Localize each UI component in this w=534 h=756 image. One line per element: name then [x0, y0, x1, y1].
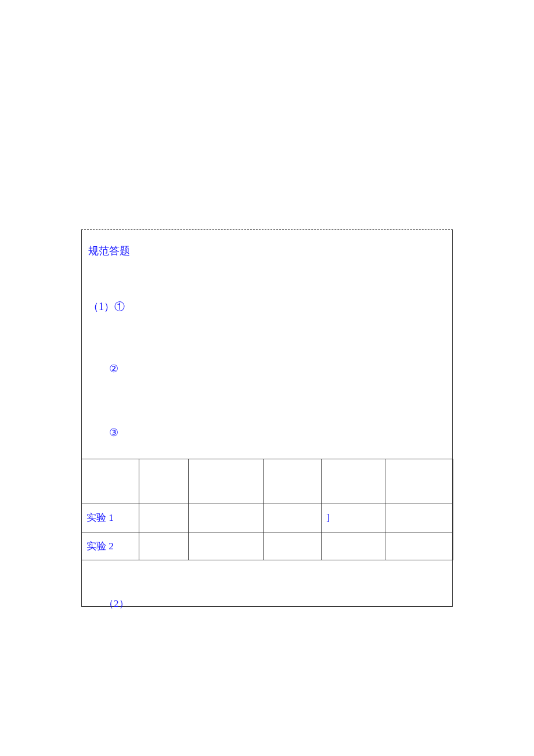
table-cell	[385, 459, 453, 503]
table-cell	[264, 503, 322, 532]
table-cell	[188, 459, 264, 503]
bracket-text: ]	[326, 512, 330, 523]
table-cell	[139, 459, 188, 503]
experiment-table: 实验 1 ] 实验 2	[81, 459, 453, 560]
table-row: 实验 2	[82, 532, 453, 560]
table-row	[82, 459, 453, 503]
table-cell	[322, 459, 385, 503]
answer-item-2: ②	[109, 362, 118, 375]
table-cell	[264, 459, 322, 503]
table-cell	[188, 532, 264, 560]
table-row: 实验 1 ]	[82, 503, 453, 532]
table-cell	[188, 503, 264, 532]
table-cell	[264, 532, 322, 560]
partial-item-2: （2）	[104, 597, 129, 610]
table-cell: ]	[322, 503, 385, 532]
table-cell	[322, 532, 385, 560]
section-heading: 规范答题	[88, 244, 130, 258]
table-cell	[385, 503, 453, 532]
table-cell	[82, 459, 139, 503]
answer-item-3: ③	[109, 426, 118, 439]
table-cell	[139, 532, 188, 560]
table-cell: 实验 1	[82, 503, 139, 532]
table-cell: 实验 2	[82, 532, 139, 560]
table-cell	[139, 503, 188, 532]
answer-item-1: （1）①	[88, 300, 125, 314]
table-cell	[385, 532, 453, 560]
